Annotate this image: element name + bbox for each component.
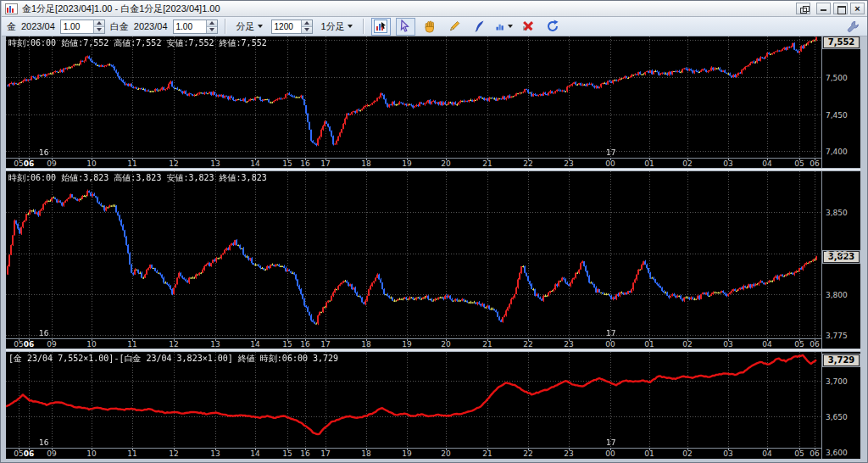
time-axis-label: 06 <box>805 449 824 458</box>
gold-candlestick-chart[interactable] <box>6 36 821 158</box>
close-icon[interactable]: × <box>850 3 865 14</box>
gold-chart-panel: 時刻:06:00 始値:7,552 高値:7,552 安値:7,552 終値:7… <box>6 36 860 168</box>
platinum-price-axis: 3,823 3,8503,8253,8003,775 <box>821 171 860 349</box>
time-axis-label: 16 <box>296 159 314 168</box>
clear-chart-button[interactable] <box>519 18 538 36</box>
bar-count-spinner[interactable] <box>271 20 313 34</box>
bar-chart-type-icon <box>495 20 505 33</box>
time-axis-label: 06 <box>19 159 38 168</box>
time-axis-label: 16 <box>296 449 314 458</box>
time-axis-label: 10 <box>82 340 101 349</box>
window-group-icon[interactable] <box>796 3 810 14</box>
platinum-label: 白金 <box>110 20 129 33</box>
hand-tool-button[interactable] <box>420 18 440 36</box>
platinum-chart-panel: 時刻:06:00 始値:3,823 高値:3,823 安値:3,823 終値:3… <box>6 171 860 349</box>
titlebar[interactable]: 金1分足[2023/04]1.00 - 白金1分足[2023/04]1.00 × <box>2 1 868 17</box>
time-axis-label: 18 <box>357 449 376 458</box>
time-axis-label: 14 <box>246 340 264 349</box>
price-axis-label: 3,650 <box>826 413 848 421</box>
timeframe-dropdown[interactable]: 1分足 <box>318 18 356 36</box>
platinum-multiplier-spinner[interactable] <box>173 20 218 34</box>
time-axis-label: 03 <box>719 340 737 349</box>
time-axis-label: 12 <box>164 340 183 349</box>
gold-price-axis: 7,552 7,5007,4507,400 <box>821 36 860 168</box>
interval-dropdown[interactable]: 分足 <box>233 18 266 36</box>
time-axis-label: 04 <box>758 340 776 349</box>
window-border-bottom <box>2 459 868 463</box>
price-axis-label: 3,775 <box>826 332 848 340</box>
chart-area: 時刻:06:00 始値:7,552 高値:7,552 安値:7,552 終値:7… <box>6 36 860 459</box>
chart-type-button[interactable] <box>494 18 514 36</box>
price-axis-label: 7,450 <box>826 111 848 120</box>
platinum-candlestick-chart[interactable] <box>6 171 821 338</box>
time-axis-label: 20 <box>437 449 455 458</box>
time-axis-label: 20 <box>437 340 455 349</box>
time-axis-label: 02 <box>678 340 697 349</box>
chevron-down-icon <box>258 25 263 28</box>
platinum-multiplier-input[interactable] <box>174 20 206 33</box>
date-marker: 16 <box>39 148 48 157</box>
time-axis-label: 17 <box>316 159 335 168</box>
time-axis-label: 20 <box>437 159 455 168</box>
select-tool-button[interactable] <box>396 18 415 36</box>
settings-button[interactable] <box>843 18 863 36</box>
time-axis-label: 18 <box>357 159 376 168</box>
price-axis-label: 3,800 <box>826 291 848 299</box>
chart-cursor-icon <box>374 20 387 33</box>
spread-last-price-badge: 3,729 <box>823 354 860 366</box>
spread-line-chart[interactable] <box>6 352 821 448</box>
time-axis-label: 04 <box>758 449 776 458</box>
date-marker: 17 <box>606 148 615 157</box>
time-axis-label: 13 <box>206 159 225 168</box>
spin-up-icon[interactable] <box>302 20 312 26</box>
time-axis-label: 06 <box>19 340 38 349</box>
chevron-down-icon <box>508 25 513 28</box>
pen-icon <box>472 20 486 33</box>
time-axis-label: 11 <box>123 340 142 349</box>
date-marker: 16 <box>39 438 48 447</box>
gold-ohlc-info: 時刻:06:00 始値:7,552 高値:7,552 安値:7,552 終値:7… <box>8 37 267 49</box>
toolbar-separator <box>363 19 364 34</box>
chart-cursor-tool-button[interactable] <box>371 18 391 36</box>
time-axis-label: 00 <box>601 340 620 349</box>
time-axis-label: 01 <box>640 340 659 349</box>
time-axis-label: 17 <box>316 340 335 349</box>
platinum-month: 2023/04 <box>134 21 168 31</box>
spread-info: [金 23/04 7,552×1.00]-[白金 23/04 3,823×1.0… <box>8 353 338 365</box>
refresh-button[interactable] <box>543 18 563 36</box>
time-axis-label: 19 <box>398 159 416 168</box>
window-border-right <box>860 36 868 463</box>
spread-time-axis: 0506091011121314151617181920212223000102… <box>6 448 821 459</box>
gold-multiplier-spinner[interactable] <box>60 20 105 34</box>
time-axis-label: 19 <box>398 340 416 349</box>
hand-icon <box>423 20 437 33</box>
spin-down-icon[interactable] <box>302 26 312 33</box>
time-axis-label: 14 <box>246 449 264 458</box>
time-axis-label: 22 <box>519 340 537 349</box>
time-axis-label: 15 <box>278 340 297 349</box>
minimize-icon[interactable] <box>816 3 831 14</box>
gold-multiplier-input[interactable] <box>61 20 93 33</box>
pencil-tool-button[interactable] <box>445 18 465 36</box>
time-axis-label: 09 <box>42 159 61 168</box>
spread-price-axis: 3,729 3,7003,6503,600 <box>821 352 860 459</box>
maximize-icon[interactable] <box>833 3 848 14</box>
time-axis-label: 22 <box>519 159 537 168</box>
time-axis-label: 00 <box>601 159 620 168</box>
pen-tool-button[interactable] <box>470 18 489 36</box>
time-axis-label: 12 <box>164 159 183 168</box>
date-marker: 16 <box>39 329 48 337</box>
time-axis-label: 01 <box>640 449 659 458</box>
bar-count-input[interactable] <box>272 20 301 33</box>
price-axis-label: 7,500 <box>826 74 848 82</box>
time-axis-label: 23 <box>559 340 578 349</box>
toolbar-separator <box>225 19 226 34</box>
time-axis-label: 15 <box>278 159 297 168</box>
spin-down-icon[interactable] <box>207 26 217 33</box>
time-axis-label: 22 <box>519 449 537 458</box>
date-marker: 17 <box>606 329 615 337</box>
price-axis-label: 3,600 <box>826 449 848 457</box>
spin-up-icon[interactable] <box>207 20 217 26</box>
spin-up-icon[interactable] <box>94 20 104 26</box>
spin-down-icon[interactable] <box>94 26 104 33</box>
